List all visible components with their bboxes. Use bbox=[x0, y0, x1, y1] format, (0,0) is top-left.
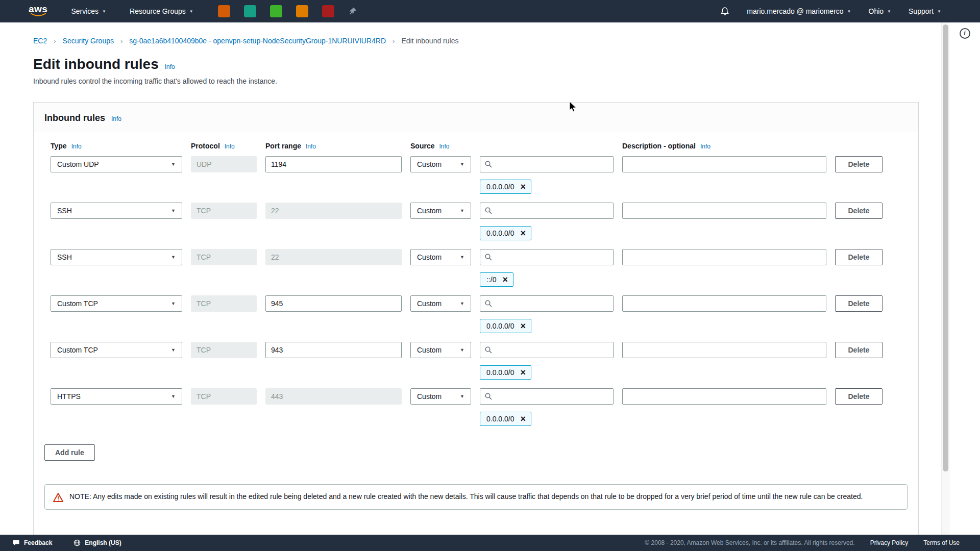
page-description: Inbound rules control the incoming traff… bbox=[33, 77, 941, 85]
delete-rule-button[interactable]: Delete bbox=[835, 203, 883, 219]
chevron-down-icon: ▼ bbox=[171, 208, 176, 213]
port-range-input[interactable] bbox=[265, 156, 402, 172]
copyright-text: © 2008 - 2020, Amazon Web Services, Inc.… bbox=[645, 539, 854, 546]
top-navigation-bar: aws Services ▼ Resource Groups ▼ mario.m… bbox=[0, 0, 980, 22]
type-select[interactable]: Custom TCP ▼ bbox=[51, 342, 182, 358]
source-token-row: 0.0.0.0/0 × bbox=[51, 412, 901, 426]
source-search-box[interactable] bbox=[480, 203, 614, 219]
privacy-policy-link[interactable]: Privacy Policy bbox=[870, 539, 909, 546]
description-input[interactable] bbox=[622, 342, 826, 358]
support-menu[interactable]: Support ▼ bbox=[909, 7, 941, 15]
source-search-box[interactable] bbox=[480, 295, 614, 312]
resource-groups-menu[interactable]: Resource Groups ▼ bbox=[130, 7, 193, 15]
breadcrumb-security-group-id[interactable]: sg-0ae1a6b4100409b0e - openvpn-setup-Nod… bbox=[129, 37, 386, 45]
source-cidr-token: 0.0.0.0/0 × bbox=[480, 180, 531, 194]
source-select[interactable]: Custom ▼ bbox=[410, 388, 471, 405]
breadcrumb-security-groups[interactable]: Security Groups bbox=[63, 37, 114, 45]
info-help-icon[interactable]: i bbox=[960, 28, 970, 39]
panel-info-link[interactable]: Info bbox=[111, 115, 121, 122]
remove-token-icon[interactable]: × bbox=[502, 275, 508, 284]
delete-rule-button[interactable]: Delete bbox=[835, 342, 883, 358]
notifications-bell-icon[interactable] bbox=[720, 7, 729, 16]
type-select[interactable]: Custom UDP ▼ bbox=[51, 156, 182, 172]
source-search-input[interactable] bbox=[496, 299, 608, 308]
pin-icon[interactable] bbox=[348, 7, 357, 16]
remove-token-icon[interactable]: × bbox=[521, 229, 526, 238]
type-select[interactable]: Custom TCP ▼ bbox=[51, 295, 182, 312]
description-input[interactable] bbox=[622, 295, 826, 312]
chevron-down-icon: ▼ bbox=[937, 9, 941, 14]
help-rail: i bbox=[949, 22, 980, 535]
protocol-info-link[interactable]: Info bbox=[225, 143, 235, 150]
source-search-input[interactable] bbox=[496, 160, 608, 168]
description-input[interactable] bbox=[622, 203, 826, 219]
service-shortcut-icon[interactable] bbox=[244, 5, 256, 17]
aws-logo[interactable]: aws bbox=[29, 5, 47, 17]
port-range-input[interactable] bbox=[265, 295, 402, 312]
source-search-input[interactable] bbox=[496, 207, 608, 215]
type-select[interactable]: SSH ▼ bbox=[51, 203, 182, 219]
description-info-link[interactable]: Info bbox=[700, 143, 710, 150]
type-select-value: Custom TCP bbox=[57, 299, 98, 308]
type-select-value: SSH bbox=[57, 207, 72, 215]
description-input[interactable] bbox=[622, 388, 826, 405]
description-input[interactable] bbox=[622, 249, 826, 265]
source-select[interactable]: Custom ▼ bbox=[410, 295, 471, 312]
source-search-box[interactable] bbox=[480, 342, 614, 358]
protocol-input bbox=[191, 249, 257, 265]
port-range-input[interactable] bbox=[265, 342, 402, 358]
delete-rule-button[interactable]: Delete bbox=[835, 295, 883, 312]
services-menu[interactable]: Services ▼ bbox=[71, 7, 106, 15]
feedback-button[interactable]: Feedback bbox=[12, 539, 52, 546]
source-search-input[interactable] bbox=[496, 253, 608, 261]
chevron-down-icon: ▼ bbox=[460, 347, 464, 353]
source-select[interactable]: Custom ▼ bbox=[410, 203, 471, 219]
language-selector[interactable]: English (US) bbox=[74, 539, 121, 546]
page-title: Edit inbound rules bbox=[33, 56, 159, 72]
type-select-value: Custom UDP bbox=[57, 160, 99, 168]
source-select[interactable]: Custom ▼ bbox=[410, 249, 471, 265]
service-shortcut-icon[interactable] bbox=[218, 5, 230, 17]
source-select-value: Custom bbox=[417, 346, 442, 354]
scrollbar-thumb[interactable] bbox=[943, 24, 948, 471]
remove-token-icon[interactable]: × bbox=[521, 182, 526, 191]
delete-rule-button[interactable]: Delete bbox=[835, 388, 883, 405]
add-rule-button[interactable]: Add rule bbox=[44, 444, 95, 461]
account-menu[interactable]: mario.mercado @ mariomerco ▼ bbox=[747, 7, 851, 15]
source-search-box[interactable] bbox=[480, 156, 614, 172]
service-shortcut-icon[interactable] bbox=[270, 5, 282, 17]
source-info-link[interactable]: Info bbox=[439, 143, 449, 150]
source-search-input[interactable] bbox=[496, 392, 608, 400]
source-search-box[interactable] bbox=[480, 249, 614, 265]
service-shortcut-icon[interactable] bbox=[296, 5, 308, 17]
remove-token-icon[interactable]: × bbox=[521, 368, 526, 377]
source-search-box[interactable] bbox=[480, 388, 614, 405]
description-input[interactable] bbox=[622, 156, 826, 172]
source-select[interactable]: Custom ▼ bbox=[410, 342, 471, 358]
type-info-link[interactable]: Info bbox=[71, 143, 82, 150]
type-select[interactable]: HTTPS ▼ bbox=[51, 388, 182, 405]
main-content: EC2 › Security Groups › sg-0ae1a6b410040… bbox=[0, 22, 941, 535]
source-search-input[interactable] bbox=[496, 346, 608, 354]
source-token-row: 0.0.0.0/0 × bbox=[51, 180, 901, 194]
delete-rule-button[interactable]: Delete bbox=[835, 249, 883, 265]
port-range-input bbox=[265, 203, 402, 219]
terms-of-use-link[interactable]: Terms of Use bbox=[923, 539, 960, 546]
port-range-info-link[interactable]: Info bbox=[306, 143, 316, 150]
column-headers: Type Info Protocol Info Port range Info … bbox=[51, 142, 901, 150]
chevron-down-icon: ▼ bbox=[887, 9, 891, 14]
region-menu[interactable]: Ohio ▼ bbox=[869, 7, 892, 15]
remove-token-icon[interactable]: × bbox=[521, 321, 526, 331]
remove-token-icon[interactable]: × bbox=[521, 414, 526, 423]
token-label: 0.0.0.0/0 bbox=[486, 368, 514, 377]
page-info-link[interactable]: Info bbox=[165, 63, 175, 70]
type-select-value: Custom TCP bbox=[57, 346, 98, 354]
source-cidr-token: 0.0.0.0/0 × bbox=[480, 365, 531, 380]
source-select[interactable]: Custom ▼ bbox=[410, 156, 471, 172]
column-header-type: Type bbox=[51, 142, 67, 150]
delete-rule-button[interactable]: Delete bbox=[835, 156, 883, 172]
breadcrumb-ec2[interactable]: EC2 bbox=[33, 37, 47, 45]
type-select[interactable]: SSH ▼ bbox=[51, 249, 182, 265]
inbound-rule-row: Custom TCP ▼ Custom ▼ Delete 0.0.0.0/0 × bbox=[51, 342, 901, 380]
service-shortcut-icon[interactable] bbox=[322, 5, 334, 17]
